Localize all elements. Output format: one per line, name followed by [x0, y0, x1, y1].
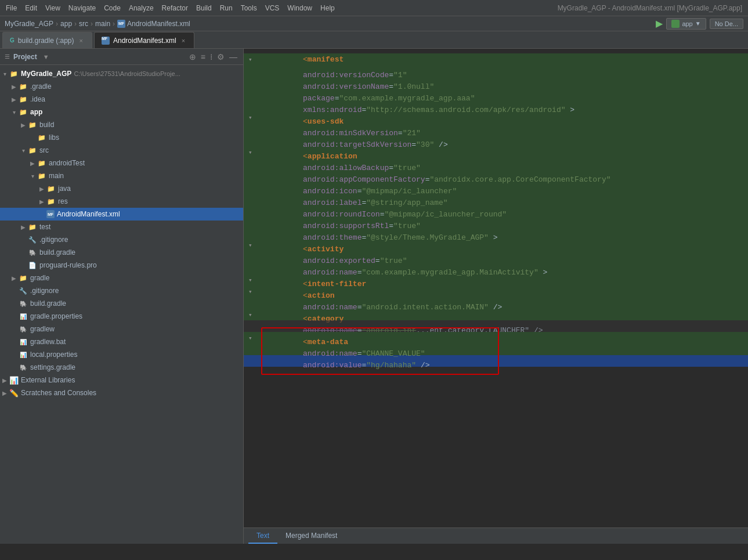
menu-bar: File Edit View Navigate Code Analyze Ref…: [6, 4, 558, 12]
tree-item-build-gradle-app[interactable]: ▶ 🐘 build.gradle: [0, 246, 243, 259]
tree-item-external-libraries[interactable]: ▶ 📊 External Libraries: [0, 374, 243, 386]
tree-arrow-src[interactable]: ▾: [19, 146, 28, 155]
tree-arrow-androidtest[interactable]: ▶: [28, 158, 37, 168]
fold-btn-6[interactable]: ▾: [248, 114, 258, 121]
tree-item-androidtest[interactable]: ▶ 📁 androidTest: [0, 157, 243, 169]
fold-btn-23[interactable]: ▾: [248, 311, 258, 319]
tab-androidmanifest-close[interactable]: ×: [180, 37, 187, 45]
bottom-tab-merged[interactable]: Merged Manifest: [277, 529, 345, 544]
tree-arrow-build[interactable]: ▶: [19, 120, 28, 129]
tree-label-gradle-properties: gradle.properties: [30, 312, 82, 320]
tree-arrow-main[interactable]: ▾: [28, 171, 37, 180]
tree-label-scratches: Scratches and Consoles: [21, 389, 96, 397]
tree-item-gradle-root[interactable]: ▶ 📁 gradle: [0, 272, 243, 284]
code-line-27: android:value="hg/hahaha" />: [244, 355, 748, 367]
external-lib-icon: 📊: [9, 375, 19, 385]
sidebar-dropdown-icon[interactable]: ▼: [43, 53, 49, 60]
tree-item-androidmanifest[interactable]: ▶ MF AndroidManifest.xml: [0, 208, 243, 221]
tree-item-src[interactable]: ▾ 📁 src: [0, 144, 243, 157]
fold-btn-17[interactable]: ▾: [248, 241, 258, 249]
breadcrumb-manifest[interactable]: AndroidManifest.xml: [127, 20, 190, 28]
menu-run[interactable]: Run: [220, 4, 233, 12]
tree-item-test[interactable]: ▶ 📁 test: [0, 221, 243, 233]
run-config-icon[interactable]: ▶: [656, 18, 663, 29]
breadcrumb-main[interactable]: main: [95, 20, 110, 28]
tree-item-gitignore-app[interactable]: ▶ 🔧 .gitignore: [0, 233, 243, 246]
run-config-dropdown[interactable]: app ▼: [666, 18, 706, 30]
tree-item-scratches[interactable]: ▶ ✏️ Scratches and Consoles: [0, 386, 243, 399]
tree-item-main[interactable]: ▾ 📁 main: [0, 169, 243, 182]
tree-item-local-properties[interactable]: ▶ 📊 local.properties: [0, 348, 243, 361]
tree-item-java[interactable]: ▶ 📁 java: [0, 182, 243, 195]
tree-label-local-properties: local.properties: [30, 351, 77, 359]
tab-build-gradle-label: build.gradle (:app): [18, 37, 74, 45]
code-text-25: <meta-data: [258, 320, 748, 355]
tree-item-gradlew[interactable]: ▶ 🐘 gradlew: [0, 323, 243, 335]
menu-tools[interactable]: Tools: [241, 4, 257, 12]
bottom-tab-text[interactable]: Text: [248, 529, 277, 544]
fold-btn-1[interactable]: ▾: [248, 56, 258, 63]
tree-item-gradle-hidden[interactable]: ▶ 📁 .gradle: [0, 80, 243, 93]
breadcrumb-app[interactable]: app: [60, 20, 72, 28]
tab-build-gradle[interactable]: G build.gradle (:app) ×: [2, 32, 92, 48]
tree-arrow-external[interactable]: ▶: [0, 375, 9, 385]
menu-code[interactable]: Code: [104, 4, 121, 12]
menu-build[interactable]: Build: [196, 4, 212, 12]
tree-arrow-gradle-root[interactable]: ▶: [9, 273, 19, 283]
menu-edit[interactable]: Edit: [25, 4, 37, 12]
sidebar-header: ☰ Project ▼ ⊕ ≡ ⁞ ⚙ —: [0, 49, 243, 65]
breadcrumb-project[interactable]: MyGradle_AGP: [5, 20, 53, 28]
fold-btn-20[interactable]: ▾: [248, 276, 258, 284]
tree-arrow-res[interactable]: ▶: [37, 197, 46, 206]
tab-bar: G build.gradle (:app) × MF AndroidManife…: [0, 31, 748, 49]
tree-label-gradle-hidden: .gradle: [30, 82, 52, 91]
menu-help[interactable]: Help: [320, 4, 335, 12]
breadcrumb-src[interactable]: src: [79, 20, 88, 28]
tree-item-gradlew-bat[interactable]: ▶ 📊 gradlew.bat: [0, 335, 243, 348]
menu-navigate[interactable]: Navigate: [68, 4, 96, 12]
tree-item-proguard[interactable]: ▶ 📄 proguard-rules.pro: [0, 259, 243, 272]
tree-arrow-java[interactable]: ▶: [37, 184, 46, 193]
sidebar-locate-button[interactable]: ⊕: [188, 51, 197, 63]
menu-vcs[interactable]: VCS: [265, 4, 280, 12]
tree-item-res[interactable]: ▶ 📁 res: [0, 195, 243, 208]
tree-item-libs[interactable]: ▶ 📁 libs: [0, 131, 243, 144]
tree-item-idea[interactable]: ▶ 📁 .idea: [0, 93, 243, 106]
tree-arrow-scratches[interactable]: ▶: [0, 388, 9, 398]
local-prop-icon: 📊: [19, 350, 28, 359]
tab-build-gradle-close[interactable]: ×: [78, 37, 85, 45]
tree-item-gitignore-root[interactable]: ▶ 🔧 .gitignore: [0, 284, 243, 297]
menu-file[interactable]: File: [6, 4, 17, 12]
menu-view[interactable]: View: [45, 4, 60, 12]
sidebar-collapse-button[interactable]: ≡: [200, 51, 207, 63]
fold-btn-9[interactable]: ▾: [248, 149, 258, 156]
tree-arrow-mygradle-agp[interactable]: ▾: [0, 69, 9, 78]
tree-arrow-test[interactable]: ▶: [19, 222, 28, 232]
tree-item-app[interactable]: ▾ 📁 app: [0, 106, 243, 118]
project-tree: ▾ 📁 MyGradle_AGP C:\Users\27531\AndroidS…: [0, 65, 243, 544]
sidebar-hide-button[interactable]: —: [228, 51, 239, 63]
fold-btn-25[interactable]: ▾: [248, 334, 258, 342]
tree-arrow-idea[interactable]: ▶: [9, 95, 19, 104]
code-content[interactable]: ▾ <manifest android:versionCode="1" andr…: [244, 49, 748, 528]
tree-arrow-gradle-hidden[interactable]: ▶: [9, 82, 19, 91]
scratches-icon: ✏️: [9, 388, 19, 398]
sidebar-expand-button[interactable]: ⁞: [209, 51, 214, 63]
menu-refactor[interactable]: Refactor: [162, 4, 188, 12]
tree-label-androidtest: androidTest: [49, 159, 85, 167]
tree-item-build-gradle-root[interactable]: ▶ 🐘 build.gradle: [0, 297, 243, 310]
tree-item-build[interactable]: ▶ 📁 build: [0, 118, 243, 131]
tree-arrow-app[interactable]: ▾: [9, 107, 19, 117]
tree-item-gradle-properties[interactable]: ▶ 📊 gradle.properties: [0, 310, 243, 323]
code-line-25: ▾ <meta-data: [244, 332, 748, 344]
menu-window[interactable]: Window: [287, 4, 312, 12]
folder-icon-idea: 📁: [19, 95, 28, 104]
no-device-button[interactable]: No De...: [710, 19, 743, 29]
tree-item-settings-gradle[interactable]: ▶ 🐘 settings.gradle: [0, 361, 243, 374]
tab-androidmanifest[interactable]: MF AndroidManifest.xml ×: [94, 32, 194, 48]
tree-item-mygradle-agp[interactable]: ▾ 📁 MyGradle_AGP C:\Users\27531\AndroidS…: [0, 67, 243, 80]
menu-analyze[interactable]: Analyze: [129, 4, 154, 12]
tree-label-mygradle-agp: MyGradle_AGP: [21, 70, 71, 78]
sidebar-settings-button[interactable]: ⚙: [216, 51, 226, 63]
fold-btn-21[interactable]: ▾: [248, 288, 258, 295]
